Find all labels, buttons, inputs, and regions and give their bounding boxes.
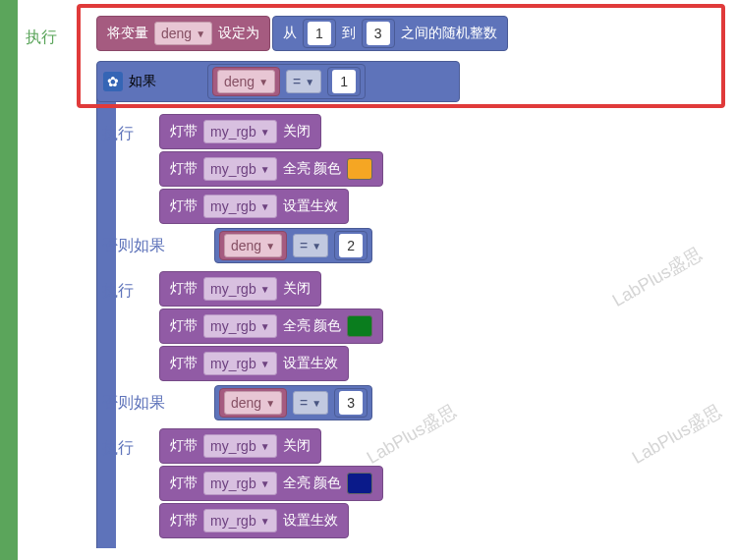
rgb-dropdown[interactable]: my_rgb▼ <box>203 120 277 143</box>
chevron-down-icon: ▼ <box>260 516 270 527</box>
led-off-block[interactable]: 灯带 my_rgb▼ 关闭 <box>159 271 321 307</box>
exec-label: 执行 <box>102 281 134 302</box>
color-swatch[interactable] <box>347 473 372 494</box>
exec-label: 执行 <box>26 28 57 48</box>
led-color-block[interactable]: 灯带 my_rgb▼ 全亮 颜色 <box>159 151 383 187</box>
operator-dropdown[interactable]: =▼ <box>293 391 328 415</box>
if-label: 如果 <box>129 73 156 90</box>
var-ref[interactable]: deng▼ <box>219 388 287 418</box>
color-swatch[interactable] <box>347 315 372 337</box>
chevron-down-icon: ▼ <box>260 441 270 452</box>
compare-value[interactable]: 1 <box>327 67 361 96</box>
chevron-down-icon: ▼ <box>260 478 270 489</box>
to-label: 到 <box>342 25 356 42</box>
color-swatch[interactable] <box>347 158 372 180</box>
chevron-down-icon: ▼ <box>260 164 270 175</box>
compare-value[interactable]: 2 <box>334 231 368 260</box>
rgb-dropdown[interactable]: my_rgb▼ <box>203 314 277 338</box>
rgb-dropdown[interactable]: my_rgb▼ <box>203 277 277 301</box>
rgb-dropdown[interactable]: my_rgb▼ <box>203 352 277 375</box>
elseif-label: 否则如果 <box>102 236 165 256</box>
chevron-down-icon: ▼ <box>260 127 270 138</box>
operator-dropdown[interactable]: =▼ <box>293 234 328 257</box>
rgb-dropdown[interactable]: my_rgb▼ <box>203 157 277 181</box>
num-input[interactable]: 1 <box>308 22 331 45</box>
num-input[interactable]: 3 <box>367 22 390 45</box>
chevron-down-icon: ▼ <box>196 28 205 39</box>
elseif-condition[interactable]: deng▼ =▼ 3 <box>214 385 372 420</box>
var-dropdown[interactable]: deng▼ <box>154 22 212 45</box>
rgb-dropdown[interactable]: my_rgb▼ <box>203 472 277 495</box>
gear-icon[interactable]: ✿ <box>103 72 123 91</box>
watermark: LabPlus盛思 <box>363 399 461 469</box>
led-color-block[interactable]: 灯带 my_rgb▼ 全亮 颜色 <box>159 466 383 501</box>
led-color-block[interactable]: 灯带 my_rgb▼ 全亮 颜色 <box>159 308 383 344</box>
led-off-block[interactable]: 灯带 my_rgb▼ 关闭 <box>159 114 321 149</box>
if-block[interactable]: ✿ 如果 deng▼ =▼ 1 <box>96 61 460 102</box>
rgb-dropdown[interactable]: my_rgb▼ <box>203 195 277 218</box>
chevron-down-icon: ▼ <box>258 77 268 87</box>
elseif-label: 否则如果 <box>102 393 165 414</box>
var-ref[interactable]: deng▼ <box>219 231 287 260</box>
chevron-down-icon: ▼ <box>305 77 314 87</box>
watermark: LabPlus盛思 <box>608 242 707 311</box>
led-apply-block[interactable]: 灯带 my_rgb▼ 设置生效 <box>159 346 349 381</box>
chevron-down-icon: ▼ <box>260 321 270 332</box>
elseif-condition[interactable]: deng▼ =▼ 2 <box>214 228 372 263</box>
tab-edge <box>0 0 18 560</box>
chevron-down-icon: ▼ <box>260 201 270 212</box>
led-apply-block[interactable]: 灯带 my_rgb▼ 设置生效 <box>159 189 349 224</box>
set-to-label: 设定为 <box>218 25 259 42</box>
exec-label: 执行 <box>102 438 134 459</box>
led-apply-block[interactable]: 灯带 my_rgb▼ 设置生效 <box>159 503 349 538</box>
exec-label: 执行 <box>102 124 134 144</box>
chevron-down-icon: ▼ <box>311 398 321 409</box>
random-label: 之间的随机整数 <box>401 25 497 42</box>
rgb-dropdown[interactable]: my_rgb▼ <box>203 509 277 532</box>
random-int-block[interactable]: 从 1 到 3 之间的随机整数 <box>272 16 508 51</box>
chevron-down-icon: ▼ <box>260 359 270 369</box>
led-off-block[interactable]: 灯带 my_rgb▼ 关闭 <box>159 428 321 464</box>
from-label: 从 <box>283 25 297 42</box>
var-ref[interactable]: deng▼ <box>212 67 280 96</box>
rgb-dropdown[interactable]: my_rgb▼ <box>203 434 277 458</box>
if-connector <box>96 96 116 548</box>
chevron-down-icon: ▼ <box>265 398 275 409</box>
compare-value[interactable]: 3 <box>334 388 368 418</box>
chevron-down-icon: ▼ <box>265 241 275 252</box>
set-var-label: 将变量 <box>107 25 148 42</box>
operator-dropdown[interactable]: =▼ <box>286 70 321 93</box>
chevron-down-icon: ▼ <box>260 284 270 295</box>
watermark: LabPlus盛思 <box>628 399 726 469</box>
set-variable-block[interactable]: 将变量 deng▼ 设定为 从 1 到 3 之间的随机整数 <box>96 16 508 51</box>
chevron-down-icon: ▼ <box>311 241 321 252</box>
